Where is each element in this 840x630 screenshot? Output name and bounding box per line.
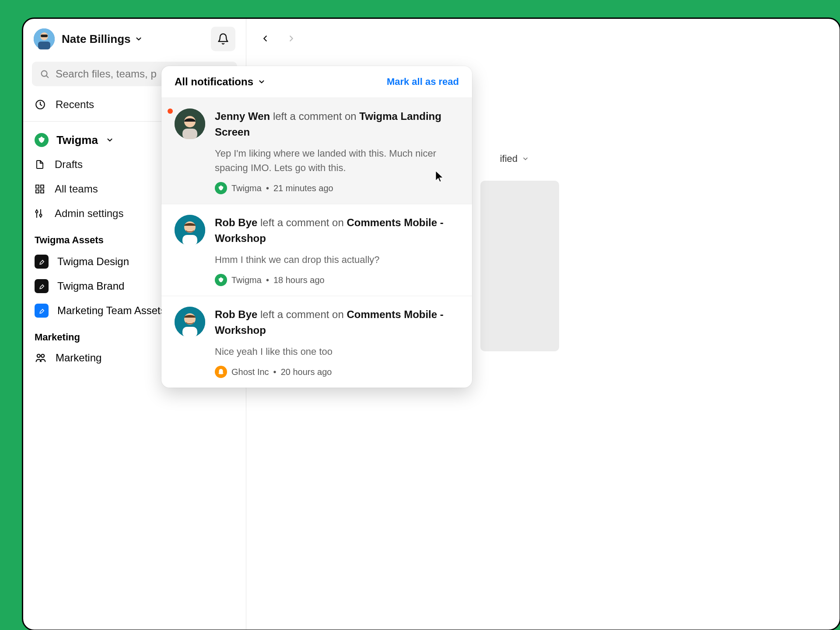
search-icon bbox=[40, 69, 49, 79]
svg-rect-8 bbox=[41, 185, 44, 188]
timestamp: 20 hours ago bbox=[281, 367, 332, 377]
svg-rect-2 bbox=[41, 35, 48, 37]
project-label: Twigma Design bbox=[57, 256, 129, 268]
pen-nib-icon bbox=[35, 304, 49, 318]
team-name: Twigma bbox=[56, 133, 98, 147]
svg-point-15 bbox=[37, 354, 40, 357]
actor-name: Rob Bye bbox=[215, 308, 257, 320]
clock-icon bbox=[35, 99, 46, 110]
notification-body: Rob Bye left a comment on Comments Mobil… bbox=[215, 215, 459, 286]
file-icon bbox=[35, 159, 45, 170]
notification-meta: Twigma • 18 hours ago bbox=[215, 274, 459, 286]
project-label: Marketing bbox=[56, 352, 102, 364]
profile-switcher[interactable]: Nate Billings bbox=[23, 19, 246, 58]
recents-label: Recents bbox=[56, 98, 94, 111]
svg-rect-22 bbox=[182, 235, 197, 245]
notif-verb: left a comment on bbox=[257, 308, 346, 320]
pen-nib-icon bbox=[35, 279, 49, 293]
notification-item[interactable]: Rob Bye left a comment on Comments Mobil… bbox=[161, 296, 472, 388]
sliders-icon bbox=[35, 208, 45, 219]
workspace-name: Twigma bbox=[231, 183, 262, 193]
svg-rect-10 bbox=[41, 190, 44, 193]
actor-avatar bbox=[175, 307, 205, 337]
timestamp: 18 hours ago bbox=[273, 275, 325, 285]
sort-label: ified bbox=[500, 153, 518, 164]
notification-item[interactable]: Rob Bye left a comment on Comments Mobil… bbox=[161, 204, 472, 296]
svg-rect-7 bbox=[36, 185, 39, 188]
actor-name: Jenny Wen bbox=[215, 110, 270, 122]
drafts-label: Drafts bbox=[55, 158, 83, 171]
notifications-button[interactable] bbox=[211, 27, 235, 51]
svg-point-14 bbox=[40, 214, 42, 217]
workspace-icon bbox=[215, 274, 227, 286]
topbar bbox=[246, 19, 840, 58]
grid-icon bbox=[35, 184, 45, 194]
svg-rect-19 bbox=[182, 129, 197, 139]
workspace-name: Ghost Inc bbox=[231, 367, 269, 377]
workspace-name: Twigma bbox=[231, 275, 262, 285]
project-label: Twigma Brand bbox=[57, 280, 124, 292]
team-logo-icon bbox=[35, 133, 49, 147]
notification-body: Jenny Wen left a comment on Twigma Landi… bbox=[215, 108, 459, 194]
chevron-left-icon bbox=[260, 34, 270, 43]
chevron-down-icon bbox=[258, 78, 266, 86]
notifications-panel: All notifications Mark all as read Jenny… bbox=[161, 66, 472, 388]
comment-text: Nice yeah I like this one too bbox=[215, 344, 459, 359]
bell-icon bbox=[217, 33, 229, 45]
notif-verb: left a comment on bbox=[257, 217, 346, 228]
notification-title: Jenny Wen left a comment on Twigma Landi… bbox=[215, 108, 459, 140]
workspace-icon bbox=[215, 366, 227, 378]
nav-forward-button[interactable] bbox=[285, 32, 298, 45]
svg-rect-9 bbox=[36, 190, 39, 193]
svg-rect-3 bbox=[38, 42, 50, 49]
workspace-icon bbox=[215, 182, 227, 194]
svg-point-12 bbox=[36, 211, 38, 213]
comment-text: Yep I'm liking where we landed with this… bbox=[215, 146, 459, 175]
notification-meta: Ghost Inc • 20 hours ago bbox=[215, 366, 459, 378]
chevron-down-icon bbox=[106, 136, 114, 144]
people-icon bbox=[35, 352, 47, 364]
admin-label: Admin settings bbox=[55, 207, 123, 220]
svg-line-5 bbox=[46, 76, 49, 78]
allteams-label: All teams bbox=[55, 183, 98, 195]
app-window: Nate Billings Recents Twigma bbox=[22, 18, 840, 630]
chevron-down-icon bbox=[522, 155, 529, 162]
actor-avatar bbox=[175, 108, 205, 139]
notification-title: Rob Bye left a comment on Comments Mobil… bbox=[215, 307, 459, 338]
pen-nib-icon bbox=[35, 255, 49, 269]
actor-name: Rob Bye bbox=[215, 217, 257, 228]
notifications-header: All notifications Mark all as read bbox=[161, 66, 472, 98]
notification-body: Rob Bye left a comment on Comments Mobil… bbox=[215, 307, 459, 378]
project-label: Marketing Team Assets bbox=[57, 304, 166, 317]
notifications-filter[interactable]: All notifications bbox=[175, 76, 266, 88]
chevron-down-icon bbox=[135, 35, 143, 43]
notif-verb: left a comment on bbox=[270, 110, 359, 122]
notifications-filter-label: All notifications bbox=[175, 76, 253, 88]
file-thumbnail[interactable] bbox=[480, 181, 559, 351]
nav-back-button[interactable] bbox=[259, 32, 272, 45]
user-name: Nate Billings bbox=[62, 32, 130, 46]
timestamp: 21 minutes ago bbox=[273, 183, 333, 193]
unread-dot-icon bbox=[168, 108, 173, 114]
user-avatar bbox=[34, 28, 55, 49]
comment-text: Hmm I think we can drop this actually? bbox=[215, 252, 459, 267]
mark-all-read-button[interactable]: Mark all as read bbox=[387, 76, 459, 88]
notification-meta: Twigma • 21 minutes ago bbox=[215, 182, 459, 194]
notification-title: Rob Bye left a comment on Comments Mobil… bbox=[215, 215, 459, 246]
notification-item[interactable]: Jenny Wen left a comment on Twigma Landi… bbox=[161, 98, 472, 204]
chevron-right-icon bbox=[287, 34, 296, 43]
svg-point-16 bbox=[41, 354, 44, 357]
svg-rect-25 bbox=[182, 327, 197, 337]
actor-avatar bbox=[175, 215, 205, 245]
